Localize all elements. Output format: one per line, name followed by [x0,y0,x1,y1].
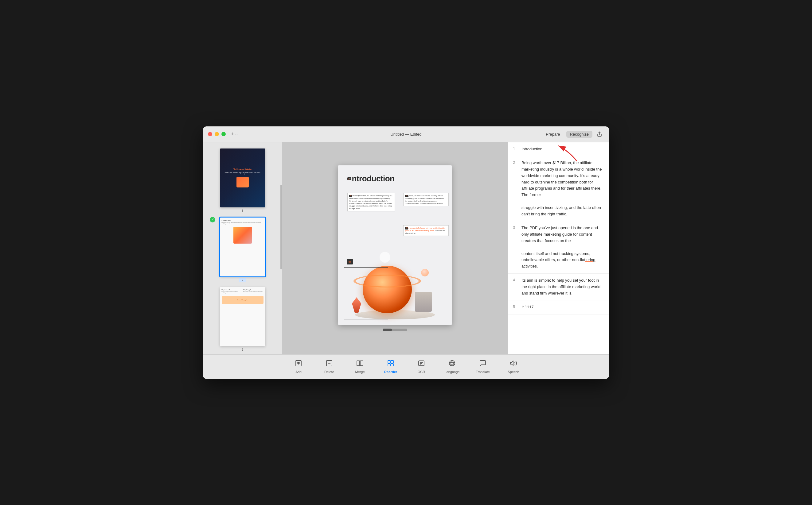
thumb-img-3: Why trust us? Lorem ipsum text content a… [220,287,265,346]
sidebar: The Evergreen Guideline Setapp's Take on… [203,142,282,354]
badge-2: 2T [349,195,352,197]
document-page: 1Tntroduction 2Tth over $17 Billion, the… [338,165,452,325]
svg-point-19 [451,360,453,366]
thumb-1-icon [236,177,249,187]
prepare-button[interactable]: Prepare [542,131,564,138]
svg-rect-14 [419,361,424,366]
thumb-img-2: Introduction Being worth over $17 Billio… [220,217,265,277]
maximize-button[interactable] [221,132,226,136]
svg-rect-12 [388,364,390,366]
text-block-3: 3Tyou've just opened is the one and only… [403,193,449,206]
document-view: 1Tntroduction 2Tth over $17 Billion, the… [282,142,508,354]
svg-rect-7 [357,361,360,366]
share-button[interactable] [595,130,604,139]
ocr-num-5: 5 [513,304,518,309]
thumbnail-page-3[interactable]: Why trust us? Lorem ipsum text content a… [203,285,282,354]
main-content: The Evergreen Guideline Setapp's Take on… [203,142,609,354]
thumb-2-text: Being worth over $17 Billion, the affili… [222,222,263,224]
recognize-button[interactable]: Recognize [566,131,592,138]
thumb-img-1: The Evergreen Guideline Setapp's Take on… [220,149,265,207]
close-button[interactable] [208,132,212,136]
svg-point-18 [449,360,455,366]
ocr-item-5: 5 It 1117 [508,300,609,315]
add-icon [295,360,302,369]
thumb-1-sub: Setapp's Take on How to Make Your Affili… [224,171,262,175]
sidebar-scrollbar[interactable] [280,185,282,270]
page-num-1: 1 [241,209,243,213]
ocr-num-3: 3 [513,225,518,230]
thumb-2-title: Introduction [222,219,263,221]
svg-rect-13 [391,364,393,366]
bottom-toolbar: Add Delete Merge [203,354,609,379]
doc-scroll-area [383,329,407,331]
tool-delete[interactable]: Delete [314,357,345,376]
tool-speech[interactable]: Speech [498,357,529,376]
svg-marker-22 [510,361,513,365]
speech-label: Speech [508,370,519,374]
minimize-button[interactable] [215,132,219,136]
app-window: + ⌄ Untitled — Edited Prepare Recognize [203,126,609,379]
ocr-text-1: Introduction [521,146,542,153]
text-block-2: 2Tth over $17 Billion, the affiliate mar… [347,193,395,211]
ocr-item-3: 3 The PDF you've just opened is the one … [508,221,609,274]
ocr-num-2: 2 [513,160,518,165]
page-num-3: 3 [241,348,243,351]
add-icon: + [231,131,234,138]
add-label: Add [296,370,302,374]
ocr-text-5: It 1117 [521,304,534,311]
page-num-2: 2 [239,278,246,282]
doc-main-title: 1Tntroduction [347,174,443,183]
tool-reorder[interactable]: Reorder [375,357,406,376]
badge-4: 4T [405,227,408,229]
merge-icon [356,360,364,369]
tool-language[interactable]: Language [437,357,467,376]
ocr-item-4: 4 Its aim is simple: to help you set you… [508,274,609,300]
ocr-icon [418,360,425,369]
thumbnail-page-2[interactable]: ✓ Introduction Being worth over $17 Bill… [203,215,282,285]
ocr-num-4: 4 [513,278,518,282]
ocr-label: OCR [418,370,425,374]
add-page-button[interactable]: + ⌄ [231,131,238,138]
window-title: Untitled — Edited [390,132,421,137]
chevron-icon: ⌄ [235,132,238,136]
translate-label: Translate [476,370,489,374]
delete-icon [326,360,333,369]
ocr-item-1: 1 Introduction [508,142,609,156]
doc-title-area: 1Tntroduction [347,174,443,183]
small-sphere-1 [421,269,429,277]
ocr-text-4: Its aim is simple: to help you set your … [521,277,604,296]
delete-label: Delete [324,370,334,374]
ocr-text-2: Being worth over $17 Billion, the affili… [521,160,604,217]
thumbnail-page-4[interactable]: Why trust us? Content details about trus… [203,354,282,354]
svg-rect-11 [391,360,393,363]
ocr-text-3: The PDF you've just opened is the one an… [521,225,604,270]
language-icon [448,360,456,369]
check-badge: ✓ [210,217,215,222]
thumb-1-title: The Evergreen Guideline [233,168,251,170]
speech-icon [510,360,517,369]
svg-rect-8 [360,361,363,366]
reorder-icon [387,360,394,369]
thumb-2-img [233,227,252,243]
merge-label: Merge [355,370,364,374]
toolbar-buttons: Prepare Recognize [542,130,604,139]
title-bar: + ⌄ Untitled — Edited Prepare Recognize [203,126,609,142]
text-block-4: 4Ts simple: to help you set your foot in… [403,225,449,236]
right-panel: 1 Introduction 2 Being worth over $17 Bi… [508,142,609,354]
image-frame [344,267,388,319]
cloud-element [379,252,390,263]
badge-3: 3T [405,195,408,197]
translate-icon [479,360,486,369]
tool-merge[interactable]: Merge [345,357,375,376]
machine-element [415,292,432,312]
ocr-num-1: 1 [513,146,518,151]
thumbnail-page-1[interactable]: The Evergreen Guideline Setapp's Take on… [203,146,282,215]
tool-ocr[interactable]: OCR [406,357,437,376]
traffic-lights [208,132,226,136]
reorder-label: Reorder [384,370,397,374]
language-label: Language [445,370,460,374]
svg-rect-10 [388,360,390,363]
tool-translate[interactable]: Translate [467,357,498,376]
tool-add[interactable]: Add [283,357,314,376]
title-badge-1: 1T [347,177,351,180]
